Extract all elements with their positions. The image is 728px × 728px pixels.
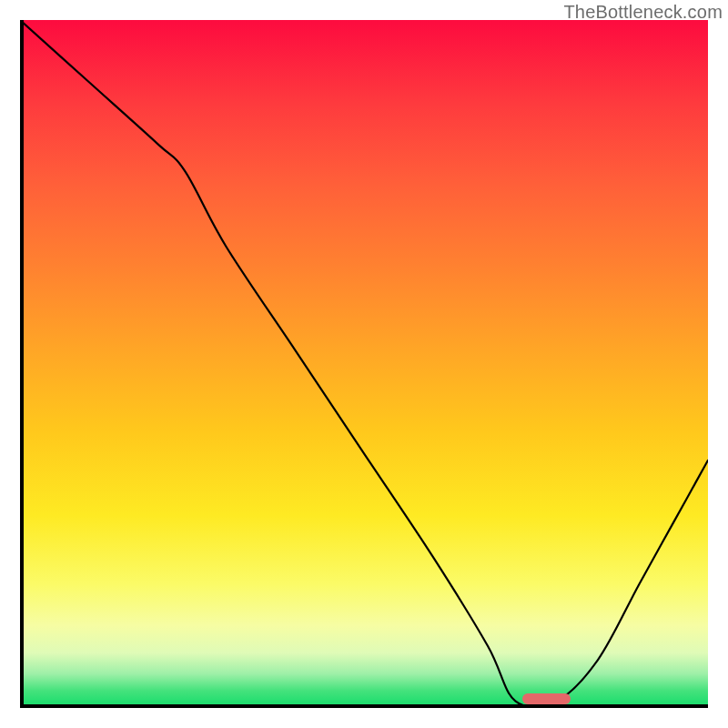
plot-area (20, 20, 708, 708)
bottleneck-chart: TheBottleneck.com (0, 0, 728, 728)
gradient-background (20, 20, 708, 708)
